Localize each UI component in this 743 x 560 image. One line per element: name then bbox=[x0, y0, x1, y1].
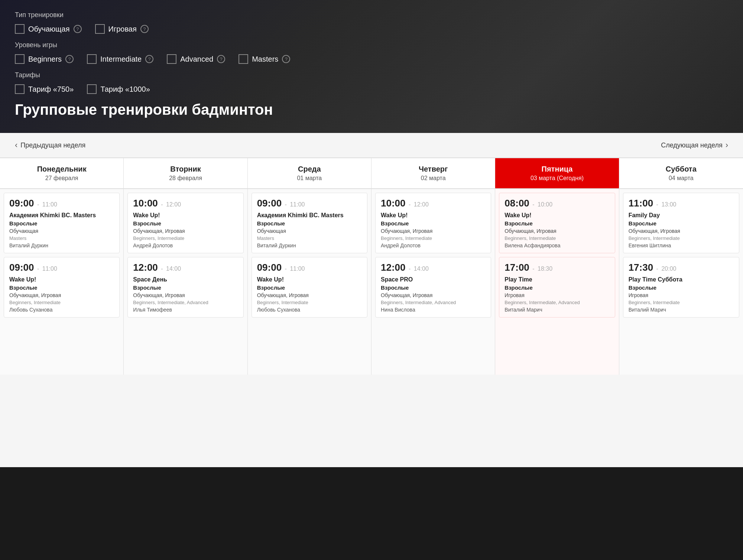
event-trainer: Вилена Асфандиярова bbox=[504, 242, 609, 248]
day-name-wednesday: Среда bbox=[252, 165, 367, 173]
event-type: Обучающая bbox=[9, 228, 114, 234]
event-audience: Взрослые bbox=[9, 220, 114, 227]
event-time-end: 18:30 bbox=[538, 266, 552, 272]
day-header-saturday: Суббота 04 марта bbox=[619, 158, 743, 189]
next-week-button[interactable]: Следующая неделя › bbox=[661, 140, 728, 150]
checkbox-obuchayuschaya[interactable]: Обучающая ? bbox=[15, 24, 82, 34]
event-time: 09:00 - 11:00 bbox=[257, 198, 362, 209]
event-title: Family Day bbox=[629, 212, 734, 219]
event-audience: Взрослые bbox=[381, 220, 486, 227]
event-time: 10:00 - 12:00 bbox=[381, 198, 486, 209]
event-time-end: 14:00 bbox=[166, 266, 181, 272]
day-column-tuesday: 10:00 - 12:00 Wake Up! Взрослые Обучающа… bbox=[124, 189, 247, 375]
event-time-end: 11:00 bbox=[290, 201, 305, 208]
event-audience: Взрослые bbox=[629, 220, 734, 227]
event-time-start: 09:00 bbox=[9, 198, 34, 209]
calendar-body: 09:00 - 11:00 Академия Khimki BC. Master… bbox=[0, 189, 743, 375]
hero-section: Тип тренировки Обучающая ? Игровая ? Уро… bbox=[0, 0, 743, 133]
event-card[interactable]: 09:00 - 11:00 Wake Up! Взрослые Обучающа… bbox=[252, 257, 367, 318]
event-time-start: 09:00 bbox=[257, 198, 282, 209]
event-title: Wake Up! bbox=[9, 276, 114, 283]
event-audience: Взрослые bbox=[257, 284, 362, 291]
day-name-friday: Пятница bbox=[499, 165, 615, 173]
event-title: Wake Up! bbox=[381, 212, 486, 219]
event-time-end: 14:00 bbox=[414, 266, 429, 272]
checkbox-label-obuchayuschaya: Обучающая bbox=[28, 25, 70, 33]
prev-week-label: Предыдущая неделя bbox=[20, 141, 85, 149]
event-level: Beginners, Intermediate, Advanced bbox=[504, 300, 609, 305]
event-time-start: 11:00 bbox=[629, 198, 653, 209]
event-title: Wake Up! bbox=[133, 212, 238, 219]
event-time-sep: - bbox=[37, 266, 39, 272]
tariffs-row: Тариф «750» Тариф «1000» bbox=[15, 84, 728, 94]
event-card[interactable]: 09:00 - 11:00 Академия Khimki BC. Master… bbox=[4, 193, 120, 253]
event-card[interactable]: 17:30 - 20:00 Play Time Суббота Взрослые… bbox=[623, 257, 739, 318]
checkbox-beginners[interactable]: Beginners ? bbox=[15, 54, 74, 64]
event-level: Masters bbox=[9, 235, 114, 241]
event-card[interactable]: 12:00 - 14:00 Space День Взрослые Обучаю… bbox=[127, 257, 243, 318]
checkbox-masters[interactable]: Masters ? bbox=[239, 54, 290, 64]
calendar-headers: Понедельник 27 февраля Вторник 28 феврал… bbox=[0, 157, 743, 189]
checkbox-box-beginners bbox=[15, 54, 25, 64]
event-time-sep: - bbox=[656, 201, 658, 208]
event-card[interactable]: 09:00 - 11:00 Академия Khimki BC. Master… bbox=[252, 193, 367, 253]
event-type: Обучающая bbox=[257, 228, 362, 234]
event-trainer: Виталий Марич bbox=[629, 307, 734, 313]
checkbox-box-obuchayuschaya bbox=[15, 24, 25, 34]
event-card-today[interactable]: 17:00 - 18:30 Play Time Взрослые Игровая… bbox=[499, 257, 615, 318]
checkbox-box-advanced bbox=[167, 54, 176, 64]
day-date-monday: 27 февраля bbox=[4, 175, 120, 182]
event-type: Обучающая, Игровая bbox=[381, 228, 486, 234]
event-audience: Взрослые bbox=[9, 284, 114, 291]
prev-week-button[interactable]: ‹ Предыдущая неделя bbox=[15, 140, 85, 150]
event-card-today[interactable]: 08:00 - 10:00 Wake Up! Взрослые Обучающа… bbox=[499, 193, 615, 253]
day-name-monday: Понедельник bbox=[4, 165, 120, 173]
day-date-saturday: 04 марта bbox=[623, 175, 739, 182]
checkbox-advanced[interactable]: Advanced ? bbox=[167, 54, 225, 64]
help-icon-intermediate[interactable]: ? bbox=[145, 55, 153, 63]
event-time-sep: - bbox=[409, 201, 411, 208]
help-icon-advanced[interactable]: ? bbox=[217, 55, 225, 63]
day-column-saturday: 11:00 - 13:00 Family Day Взрослые Обучаю… bbox=[619, 189, 743, 375]
event-card[interactable]: 11:00 - 13:00 Family Day Взрослые Обучаю… bbox=[623, 193, 739, 253]
main-section: ‹ Предыдущая неделя Следующая неделя › П… bbox=[0, 133, 743, 467]
checkbox-label-igrovaya: Игровая bbox=[108, 25, 137, 33]
event-time-end: 11:00 bbox=[42, 201, 57, 208]
event-card[interactable]: 10:00 - 12:00 Wake Up! Взрослые Обучающа… bbox=[127, 193, 243, 253]
tariffs-filter: Тарифы Тариф «750» Тариф «1000» bbox=[15, 71, 728, 94]
help-icon-beginners[interactable]: ? bbox=[65, 55, 74, 63]
event-audience: Взрослые bbox=[133, 284, 238, 291]
checkbox-box-igrovaya bbox=[95, 24, 105, 34]
event-time-start: 10:00 bbox=[381, 198, 406, 209]
event-title: Академия Khimki BC. Masters bbox=[257, 212, 362, 219]
event-title: Space PRO bbox=[381, 276, 486, 283]
event-card[interactable]: 10:00 - 12:00 Wake Up! Взрослые Обучающа… bbox=[375, 193, 491, 253]
day-header-thursday: Четверг 02 марта bbox=[372, 158, 495, 189]
prev-arrow-icon: ‹ bbox=[15, 140, 17, 150]
event-time: 09:00 - 11:00 bbox=[9, 198, 114, 209]
event-type: Обучающая, Игровая bbox=[504, 228, 609, 234]
event-trainer: Евгения Шитлина bbox=[629, 242, 734, 248]
checkbox-igrovaya[interactable]: Игровая ? bbox=[95, 24, 149, 34]
checkbox-intermediate[interactable]: Intermediate ? bbox=[87, 54, 153, 64]
event-audience: Взрослые bbox=[504, 284, 609, 291]
event-card[interactable]: 09:00 - 11:00 Wake Up! Взрослые Обучающа… bbox=[4, 257, 120, 318]
event-title: Space День bbox=[133, 276, 238, 283]
event-time-sep: - bbox=[532, 201, 534, 208]
checkbox-tariff750[interactable]: Тариф «750» bbox=[15, 84, 74, 94]
event-time: 11:00 - 13:00 bbox=[629, 198, 734, 209]
event-title: Play Time Суббота bbox=[629, 276, 734, 283]
event-time: 12:00 - 14:00 bbox=[381, 262, 486, 273]
day-date-thursday: 02 марта bbox=[375, 175, 491, 182]
event-trainer: Нина Вислова bbox=[381, 307, 486, 313]
day-column-wednesday: 09:00 - 11:00 Академия Khimki BC. Master… bbox=[248, 189, 372, 375]
checkbox-tariff1000[interactable]: Тариф «1000» bbox=[87, 84, 150, 94]
help-icon-masters[interactable]: ? bbox=[282, 55, 290, 63]
day-date-tuesday: 28 февраля bbox=[127, 175, 243, 182]
event-card[interactable]: 12:00 - 14:00 Space PRO Взрослые Обучающ… bbox=[375, 257, 491, 318]
help-icon-obuchayuschaya[interactable]: ? bbox=[74, 25, 82, 33]
event-time: 09:00 - 11:00 bbox=[9, 262, 114, 273]
event-time-end: 12:00 bbox=[166, 201, 181, 208]
event-type: Обучающая, Игровая bbox=[381, 292, 486, 298]
help-icon-igrovaya[interactable]: ? bbox=[140, 25, 149, 33]
